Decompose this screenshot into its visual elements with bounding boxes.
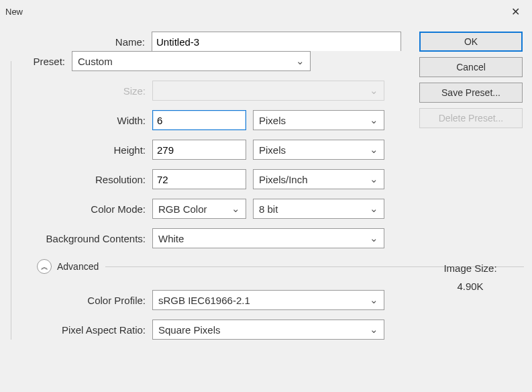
save-preset-button[interactable]: Save Preset... bbox=[419, 83, 523, 103]
width-unit-value: Pixels bbox=[259, 115, 286, 126]
close-icon[interactable]: ✕ bbox=[507, 4, 524, 19]
cancel-button[interactable]: Cancel bbox=[419, 57, 523, 77]
collapse-icon: ︽ bbox=[41, 262, 48, 272]
size-label: Size: bbox=[11, 85, 152, 97]
chevron-down-icon: ⌄ bbox=[370, 173, 378, 185]
window-title: New bbox=[5, 7, 23, 17]
width-label: Width: bbox=[11, 115, 152, 126]
bg-contents-label: Background Contents: bbox=[11, 233, 152, 244]
chevron-down-icon: ⌄ bbox=[370, 232, 378, 244]
height-label: Height: bbox=[11, 144, 152, 156]
name-label: Name: bbox=[11, 36, 152, 48]
chevron-down-icon: ⌄ bbox=[370, 324, 378, 336]
color-profile-label: Color Profile: bbox=[11, 295, 152, 306]
chevron-down-icon: ⌄ bbox=[370, 203, 378, 215]
image-size-value: 4.90K bbox=[423, 281, 517, 292]
chevron-down-icon: ⌄ bbox=[231, 203, 240, 215]
image-size-label: Image Size: bbox=[423, 262, 517, 274]
delete-preset-button: Delete Preset... bbox=[419, 108, 523, 128]
advanced-label: Advanced bbox=[57, 261, 99, 272]
preset-select[interactable]: Custom ⌄ bbox=[72, 51, 311, 71]
chevron-down-icon: ⌄ bbox=[370, 294, 378, 306]
color-mode-select[interactable]: RGB Color ⌄ bbox=[152, 199, 246, 219]
advanced-toggle[interactable]: ︽ bbox=[37, 259, 52, 274]
resolution-label: Resolution: bbox=[11, 174, 152, 185]
color-mode-label: Color Mode: bbox=[11, 203, 152, 215]
bit-depth-value: 8 bit bbox=[259, 203, 278, 215]
preset-label: Preset: bbox=[11, 56, 72, 67]
width-unit-select[interactable]: Pixels ⌄ bbox=[253, 110, 384, 130]
chevron-down-icon: ⌄ bbox=[296, 55, 305, 67]
ok-button[interactable]: OK bbox=[419, 32, 523, 52]
pixel-aspect-select[interactable]: Square Pixels ⌄ bbox=[152, 320, 384, 340]
pixel-aspect-label: Pixel Aspect Ratio: bbox=[11, 324, 152, 336]
bg-contents-value: White bbox=[158, 233, 184, 244]
chevron-down-icon: ⌄ bbox=[370, 85, 378, 97]
color-mode-value: RGB Color bbox=[158, 203, 207, 215]
bit-depth-select[interactable]: 8 bit ⌄ bbox=[253, 199, 384, 219]
chevron-down-icon: ⌄ bbox=[370, 114, 378, 126]
color-profile-value: sRGB IEC61966-2.1 bbox=[158, 295, 250, 306]
chevron-down-icon: ⌄ bbox=[370, 144, 378, 156]
name-input[interactable] bbox=[152, 32, 401, 52]
bg-contents-select[interactable]: White ⌄ bbox=[152, 228, 384, 248]
pixel-aspect-value: Square Pixels bbox=[158, 324, 221, 336]
resolution-input[interactable] bbox=[152, 169, 246, 189]
resolution-unit-value: Pixels/Inch bbox=[259, 174, 308, 185]
height-unit-select[interactable]: Pixels ⌄ bbox=[253, 140, 384, 160]
height-input[interactable] bbox=[152, 140, 246, 160]
size-select: ⌄ bbox=[152, 81, 384, 101]
preset-value: Custom bbox=[78, 56, 113, 67]
color-profile-select[interactable]: sRGB IEC61966-2.1 ⌄ bbox=[152, 290, 384, 310]
width-input[interactable] bbox=[152, 110, 246, 130]
height-unit-value: Pixels bbox=[259, 144, 286, 156]
resolution-unit-select[interactable]: Pixels/Inch ⌄ bbox=[253, 169, 384, 189]
